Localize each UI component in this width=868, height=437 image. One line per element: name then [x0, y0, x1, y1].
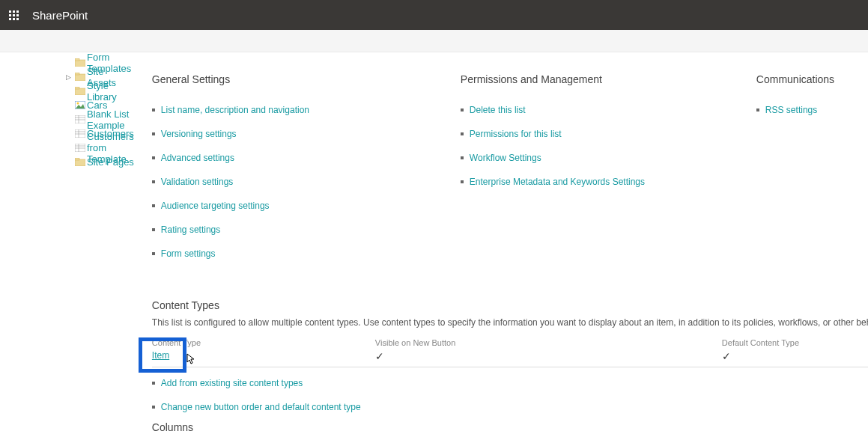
content-types-table: Content Type Visible on New Button Defau…: [152, 338, 868, 367]
col-header-visible: Visible on New Button: [375, 338, 722, 347]
svg-rect-8: [75, 115, 85, 123]
sidebar-item-blank-list[interactable]: Blank List Example: [75, 112, 134, 126]
svg-rect-12: [75, 129, 85, 138]
content-types-description: This list is configured to allow multipl…: [152, 317, 868, 328]
link-validation[interactable]: Validation settings: [152, 177, 461, 187]
cursor-icon: [184, 353, 196, 369]
list-icon: [75, 144, 85, 153]
folder-icon: [75, 87, 85, 96]
list-icon: [75, 115, 85, 124]
ribbon-bar: [0, 30, 868, 52]
link-add-content-types[interactable]: Add from existing site content types: [152, 378, 868, 388]
svg-rect-0: [75, 60, 85, 67]
check-icon: ✓: [375, 350, 384, 362]
section-heading-communications: Communications: [756, 73, 868, 85]
content-type-link-item[interactable]: Item: [152, 350, 375, 362]
sidebar-item-label: Site Pages: [87, 156, 134, 168]
list-icon: [75, 129, 85, 138]
content-types-heading: Content Types: [152, 299, 868, 311]
folder-icon: [75, 158, 85, 167]
content-types-actions: Add from existing site content types Cha…: [152, 378, 868, 412]
svg-point-7: [77, 103, 79, 105]
check-icon: ✓: [722, 350, 731, 362]
link-audience[interactable]: Audience targeting settings: [152, 201, 461, 211]
main-content: General Settings List name, description …: [142, 55, 868, 437]
link-rss[interactable]: RSS settings: [756, 105, 868, 115]
link-advanced[interactable]: Advanced settings: [152, 153, 461, 163]
col-header-content-type: Content Type: [152, 338, 375, 347]
section-heading-general: General Settings: [152, 73, 461, 85]
global-header: SharePoint: [0, 0, 868, 30]
content-types-section: Content Types This list is configured to…: [152, 299, 868, 412]
expand-icon[interactable]: ▷: [66, 73, 71, 81]
link-permissions[interactable]: Permissions for this list: [461, 129, 756, 139]
sidebar-item-customers-template[interactable]: Customers from Template: [75, 141, 134, 155]
section-heading-permissions: Permissions and Management: [461, 73, 756, 85]
svg-rect-3: [75, 73, 79, 75]
sidebar: Form Templates ▷ Site Assets Style Libra…: [0, 55, 142, 437]
link-change-button-order[interactable]: Change new button order and default cont…: [152, 402, 868, 412]
link-metadata[interactable]: Enterprise Metadata and Keywords Setting…: [461, 177, 756, 187]
link-workflow[interactable]: Workflow Settings: [461, 153, 756, 163]
svg-rect-2: [75, 74, 85, 81]
table-header-row: Content Type Visible on New Button Defau…: [152, 338, 868, 347]
link-list-name[interactable]: List name, description and navigation: [152, 105, 461, 115]
communications-group: Communications RSS settings: [756, 73, 868, 272]
folder-icon: [75, 58, 85, 67]
link-rating[interactable]: Rating settings: [152, 224, 461, 235]
svg-rect-21: [75, 158, 79, 160]
brand-label: SharePoint: [32, 9, 88, 22]
link-form[interactable]: Form settings: [152, 248, 461, 259]
picture-icon: [75, 101, 85, 110]
svg-rect-5: [75, 87, 79, 89]
link-delete-list[interactable]: Delete this list: [461, 105, 756, 115]
app-launcher-icon[interactable]: [9, 10, 19, 20]
svg-rect-1: [75, 58, 79, 61]
columns-heading: Columns: [152, 421, 868, 433]
sidebar-item-site-pages[interactable]: Site Pages: [75, 155, 134, 169]
svg-rect-20: [75, 159, 85, 166]
columns-section: Columns A column stores information abou…: [152, 421, 868, 437]
svg-rect-4: [75, 88, 85, 95]
svg-rect-16: [75, 144, 85, 152]
permissions-group: Permissions and Management Delete this l…: [461, 73, 756, 272]
link-versioning[interactable]: Versioning settings: [152, 129, 461, 139]
folder-icon: [75, 73, 85, 82]
table-row: Item ✓ ✓: [152, 347, 868, 367]
general-settings-group: General Settings List name, description …: [152, 73, 461, 272]
col-header-default: Default Content Type: [722, 338, 868, 347]
sidebar-item-style-library[interactable]: Style Library: [75, 84, 134, 98]
